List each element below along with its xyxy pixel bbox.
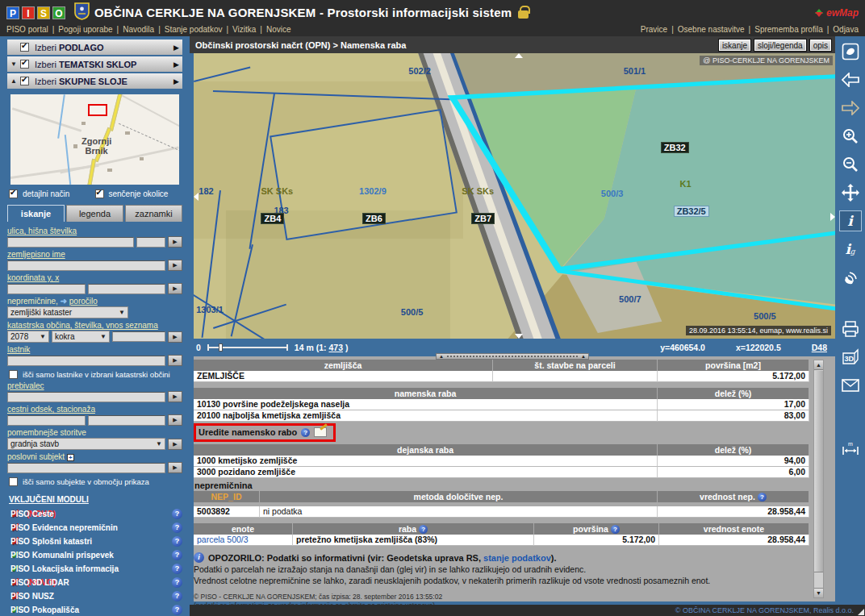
realestate-select[interactable]: zemljiški kataster▼ — [7, 306, 128, 318]
module-help-icon[interactable]: ? — [172, 536, 182, 547]
piso-logo-o[interactable]: O — [52, 6, 65, 19]
module-pokopalisca[interactable]: PISO Pokopališča ? — [7, 603, 182, 616]
minimap-extent-marker[interactable] — [88, 104, 107, 116]
module-help-icon[interactable]: ? — [172, 605, 182, 615]
nav-osebne-nastavitve[interactable]: Osebne nastavitve — [667, 25, 744, 34]
accordion-expand-icon[interactable]: ▶ — [173, 77, 179, 85]
business-restrict-checkbox[interactable] — [9, 477, 18, 486]
module-help-icon[interactable]: ? — [172, 550, 182, 560]
accordion-podlago[interactable]: Izberi PODLAGO ▶ — [7, 40, 182, 55]
print-icon[interactable] — [839, 318, 862, 339]
house-number-input[interactable] — [136, 237, 165, 248]
coordinate-label[interactable]: koordinata y, x — [7, 273, 182, 282]
module-lokacijska-informacija[interactable]: PISO Lokacijska informacija ? — [7, 562, 182, 575]
services-search-button[interactable]: ▶ — [168, 439, 182, 450]
send-mail-icon[interactable] — [839, 375, 862, 396]
overview-minimap[interactable]: Zgornji Brnik — [10, 94, 179, 185]
module-splosni-katastri[interactable]: PISO Splošni katastri ? — [7, 535, 182, 547]
accordion-tematski-sklop[interactable]: ▼ Izberi TEMATSKI SKLOP ▶ — [7, 56, 182, 72]
identify-group-tool-icon[interactable]: ig — [839, 239, 862, 260]
module-komunalni-prispevek[interactable]: PISO Komunalni prispevek ? — [7, 548, 182, 561]
shading-toggle[interactable]: senčenje okolice — [95, 189, 182, 198]
accordion-state-icon[interactable]: ▼ — [10, 60, 20, 68]
forward-arrow-icon[interactable] — [839, 98, 862, 119]
table-row[interactable]: 3000 pozidano zemljišče 6,00 — [194, 467, 809, 478]
module-help-icon[interactable]: ? — [172, 577, 182, 588]
detail-mode-checkbox[interactable] — [9, 189, 18, 198]
stanje-podatkov-link[interactable]: stanje podatkov — [483, 553, 551, 563]
geoname-input[interactable] — [7, 260, 165, 271]
geoname-search-button[interactable]: ▶ — [168, 260, 182, 271]
services-select[interactable]: gradnja stavb▼ — [7, 438, 165, 450]
coordinate-y-input[interactable] — [7, 284, 86, 294]
table-row[interactable]: 5003892 ni podatka 28.958,44 — [194, 506, 809, 518]
module-evidenca-nepremicnin[interactable]: PISO Evidenca nepremičnin ? — [7, 521, 182, 534]
full-extent-icon[interactable] — [839, 41, 862, 62]
street-label[interactable]: ulica, hišna številka — [7, 227, 182, 235]
owner-search-button[interactable]: ▶ — [168, 355, 182, 366]
nav-pravice[interactable]: Pravice — [641, 25, 667, 34]
accordion-expand-icon[interactable]: ▶ — [173, 44, 179, 52]
street-input[interactable] — [7, 237, 134, 248]
identify-tool-icon[interactable]: i — [839, 210, 862, 231]
road-section-input[interactable] — [7, 415, 86, 426]
module-help-icon[interactable]: ? — [172, 522, 182, 533]
table-row[interactable]: 10130 površine podeželjskega naselja 17,… — [194, 399, 809, 410]
measure-icon[interactable]: m — [839, 438, 862, 459]
road-station-input[interactable] — [88, 415, 166, 426]
resident-input[interactable] — [7, 392, 165, 402]
edit-namenska-raba-link[interactable]: Uredite namensko rabo — [198, 427, 297, 437]
owner-restrict-checkbox[interactable] — [9, 370, 18, 379]
cadastral-search-button[interactable]: ▶ — [168, 331, 182, 343]
cadastral-code-select[interactable]: 2078▼ — [7, 331, 49, 343]
panel-resize-handle[interactable]: ▲▲ — [436, 353, 589, 360]
cadastral-label[interactable]: katastrska občina, številka, vnos seznam… — [7, 321, 182, 330]
tab-legenda[interactable]: legenda — [66, 205, 123, 222]
tematski-checkbox[interactable] — [20, 60, 29, 69]
business-input[interactable] — [7, 463, 165, 473]
nav-vizitka[interactable]: Vizitka — [222, 25, 256, 34]
parcel-number-input[interactable] — [112, 331, 165, 342]
report-link[interactable]: poročilo — [69, 297, 98, 306]
edit-pencil-icon[interactable] — [314, 427, 327, 437]
nav-navodila[interactable]: Navodila — [113, 25, 155, 34]
map-canvas[interactable]: 502/2 501/1 182 SK SKs 183 ZB4 1302/9 ZB… — [194, 53, 835, 339]
table-row[interactable]: 1000 kmetijsko zemljišče 94,00 — [194, 456, 809, 467]
nav-sprememba-profila[interactable]: Sprememba profila — [745, 25, 823, 34]
nav-stanje-podatkov[interactable]: Stanje podatkov — [154, 25, 222, 34]
detail-mode-toggle[interactable]: detajlni način — [9, 189, 95, 198]
accordion-expand-icon[interactable]: ▶ — [173, 60, 179, 69]
opis-button[interactable]: opis — [809, 39, 832, 52]
cadastral-name-select[interactable]: kokra▼ — [52, 331, 110, 343]
modules-title-link[interactable]: VKLJUČENI MODULI — [9, 495, 89, 504]
module-3d-lidar[interactable]: PISO 3D LiDAR (NOVO) ? — [7, 576, 182, 589]
tab-iskanje[interactable]: iskanje — [7, 205, 65, 222]
tab-zaznamki[interactable]: zaznamki — [125, 205, 182, 222]
module-nusz[interactable]: PISO NUSZ ? — [7, 589, 182, 602]
accordion-skupne-sloje[interactable]: ▲ Izberi SKUPNE SLOJE ▶ — [7, 73, 182, 89]
scroll-up-icon[interactable]: ▲ — [814, 360, 823, 370]
sloji-legenda-button[interactable]: sloji/legenda — [754, 39, 807, 52]
business-expand-icon[interactable]: + — [67, 454, 74, 461]
road-search-button[interactable]: ▶ — [168, 414, 182, 426]
table-row[interactable]: 20100 najboljša kmetijska zemljišča 83,0… — [194, 410, 809, 422]
raba-help-icon[interactable]: ? — [419, 525, 428, 534]
table-row[interactable]: parcela 500/3 pretežno kmetijska zemljiš… — [194, 535, 809, 546]
skupne-checkbox[interactable] — [20, 77, 29, 85]
piso-logo-s[interactable]: S — [37, 6, 50, 19]
map-collapse-top[interactable] — [515, 53, 523, 58]
geoname-label[interactable]: zemljepisno ime — [7, 250, 182, 259]
parcel-link[interactable]: parcela 500/3 — [194, 535, 293, 546]
scale-ratio-link[interactable]: 473 — [328, 343, 343, 352]
owner-label[interactable]: lastnik — [7, 345, 182, 354]
edit-help-icon[interactable]: ? — [301, 428, 310, 437]
module-help-icon[interactable]: ? — [172, 591, 182, 601]
nav-novice[interactable]: Novice — [256, 25, 290, 34]
resident-label[interactable]: prebivalec — [7, 381, 182, 390]
back-arrow-icon[interactable] — [839, 69, 862, 90]
zoom-out-icon[interactable] — [839, 154, 862, 175]
vrednost-help-icon[interactable]: ? — [758, 493, 767, 502]
table-row[interactable]: ZEMLJIŠČE 5.172,00 — [194, 371, 809, 382]
zoom-slider[interactable] — [207, 347, 288, 348]
pan-icon[interactable] — [839, 182, 862, 203]
